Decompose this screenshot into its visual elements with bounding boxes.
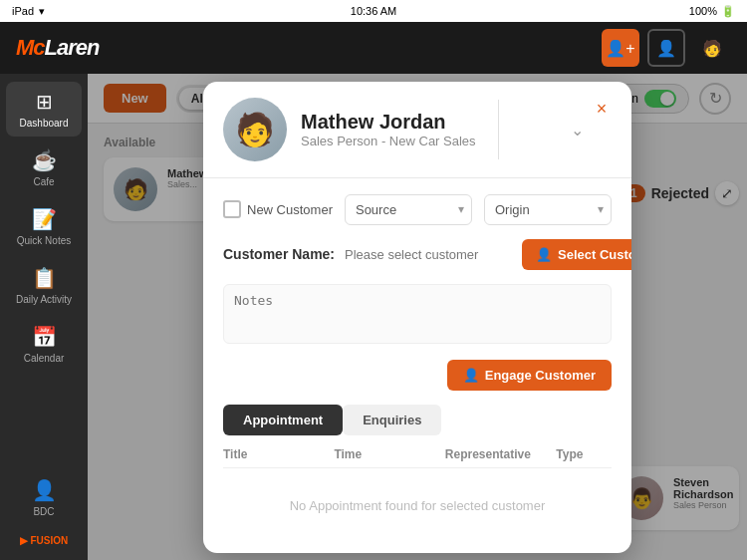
nav-icons: 👤+ 👤 🧑 bbox=[602, 29, 731, 67]
battery-icon: 🔋 bbox=[721, 5, 735, 18]
fusion-label: FUSION bbox=[31, 535, 69, 546]
main-layout: ⊞ Dashboard ☕ Cafe 📝 Quick Notes 📋 Daily… bbox=[0, 74, 747, 560]
th-type: Type bbox=[556, 447, 612, 461]
select-customer-button[interactable]: 👤 Select Customer bbox=[522, 239, 631, 270]
modal-header: 🧑 Mathew Jordan Sales Person - New Car S… bbox=[203, 82, 631, 178]
engage-customer-label: Engage Customer bbox=[485, 368, 596, 383]
new-customer-checkbox[interactable] bbox=[223, 200, 241, 218]
fusion-logo: ▶ FUSION bbox=[14, 529, 75, 552]
dashboard-icon: ⊞ bbox=[36, 90, 53, 114]
origin-select-wrap: Origin ▾ bbox=[484, 194, 612, 225]
cafe-icon: ☕ bbox=[32, 148, 57, 172]
profile-button[interactable]: 👤 bbox=[647, 29, 685, 67]
sidebar-item-cafe[interactable]: ☕ Cafe bbox=[6, 140, 82, 195]
status-bar-time: 10:36 AM bbox=[351, 5, 396, 17]
modal-header-divider bbox=[498, 100, 499, 159]
sidebar-item-label-cafe: Cafe bbox=[33, 176, 54, 187]
sidebar-item-label-bdc: BDC bbox=[33, 506, 54, 517]
no-data-message: No Appointment found for selected custom… bbox=[223, 474, 612, 537]
sidebar-item-label-calendar: Calendar bbox=[24, 353, 65, 364]
appointments-table: Title Time Representative Type No Appoin… bbox=[223, 447, 612, 537]
engage-row: 👤 Engage Customer bbox=[223, 360, 612, 391]
th-title: Title bbox=[223, 447, 334, 461]
sidebar-item-daily-activity[interactable]: 📋 Daily Activity bbox=[6, 258, 82, 313]
modal: 🧑 Mathew Jordan Sales Person - New Car S… bbox=[203, 82, 631, 553]
add-user-button[interactable]: 👤+ bbox=[602, 29, 639, 67]
origin-select[interactable]: Origin bbox=[484, 194, 612, 225]
quick-notes-icon: 📝 bbox=[32, 207, 57, 231]
carrier-label: iPad bbox=[12, 5, 34, 17]
bdc-icon: 👤 bbox=[32, 478, 57, 502]
tab-appointment[interactable]: Appointment bbox=[223, 405, 343, 435]
sidebar: ⊞ Dashboard ☕ Cafe 📝 Quick Notes 📋 Daily… bbox=[0, 74, 88, 560]
user-avatar[interactable]: 🧑 bbox=[693, 29, 731, 67]
top-nav: McLaren 👤+ 👤 🧑 bbox=[0, 22, 747, 74]
table-header: Title Time Representative Type bbox=[223, 447, 612, 468]
modal-overlay: 🧑 Mathew Jordan Sales Person - New Car S… bbox=[88, 74, 747, 560]
sidebar-item-label-quick-notes: Quick Notes bbox=[17, 235, 71, 246]
sidebar-item-calendar[interactable]: 📅 Calendar bbox=[6, 317, 82, 372]
customer-name-row: Customer Name: 👤 Select Customer bbox=[223, 239, 612, 270]
source-select[interactable]: Source bbox=[345, 194, 472, 225]
status-bar-left: iPad ▾ bbox=[12, 5, 45, 18]
notes-textarea[interactable] bbox=[223, 284, 612, 344]
engage-customer-button[interactable]: 👤 Engage Customer bbox=[447, 360, 612, 391]
wifi-icon: ▾ bbox=[39, 5, 45, 18]
sidebar-item-bdc[interactable]: 👤 BDC bbox=[6, 470, 82, 525]
content-area: New All Unsold Sold ↗ Walk-In ↻ Availabl… bbox=[88, 74, 747, 560]
select-customer-label: Select Customer bbox=[558, 247, 631, 262]
profile-icon: 👤 bbox=[656, 39, 676, 58]
engage-customer-icon: 👤 bbox=[463, 368, 479, 383]
mclaren-logo: McLaren bbox=[16, 35, 99, 61]
sidebar-item-label-dashboard: Dashboard bbox=[20, 118, 69, 129]
sidebar-item-quick-notes[interactable]: 📝 Quick Notes bbox=[6, 199, 82, 254]
modal-row-fields: New Customer Source ▾ Origin bbox=[223, 194, 612, 225]
customer-name-label: Customer Name: bbox=[223, 246, 335, 262]
new-customer-label: New Customer bbox=[247, 202, 333, 217]
battery-label: 100% bbox=[689, 5, 717, 17]
th-time: Time bbox=[334, 447, 444, 461]
add-user-icon: 👤+ bbox=[606, 39, 634, 58]
modal-person-info: Mathew Jordan Sales Person - New Car Sal… bbox=[301, 111, 476, 148]
sidebar-item-dashboard[interactable]: ⊞ Dashboard bbox=[6, 82, 82, 137]
modal-avatar: 🧑 bbox=[223, 98, 287, 161]
customer-name-input[interactable] bbox=[345, 247, 512, 262]
modal-close-button[interactable]: × bbox=[588, 96, 616, 124]
select-customer-icon: 👤 bbox=[536, 247, 552, 262]
new-customer-wrap: New Customer bbox=[223, 200, 333, 218]
th-representative: Representative bbox=[445, 447, 556, 461]
modal-chevron-button[interactable]: ⌄ bbox=[571, 120, 584, 139]
source-select-wrap: Source ▾ bbox=[345, 194, 472, 225]
status-bar: iPad ▾ 10:36 AM 100% 🔋 bbox=[0, 0, 747, 22]
modal-person-name: Mathew Jordan bbox=[301, 111, 476, 134]
sidebar-item-label-daily-activity: Daily Activity bbox=[16, 294, 72, 305]
modal-tabs: Appointment Enquiries bbox=[223, 405, 612, 435]
tab-enquiries[interactable]: Enquiries bbox=[343, 405, 441, 435]
avatar-icon: 🧑 bbox=[702, 39, 722, 58]
status-bar-right: 100% 🔋 bbox=[689, 5, 735, 18]
calendar-icon: 📅 bbox=[32, 325, 57, 349]
daily-activity-icon: 📋 bbox=[32, 266, 57, 290]
modal-body: New Customer Source ▾ Origin bbox=[203, 178, 631, 553]
modal-person-role: Sales Person - New Car Sales bbox=[301, 134, 476, 148]
